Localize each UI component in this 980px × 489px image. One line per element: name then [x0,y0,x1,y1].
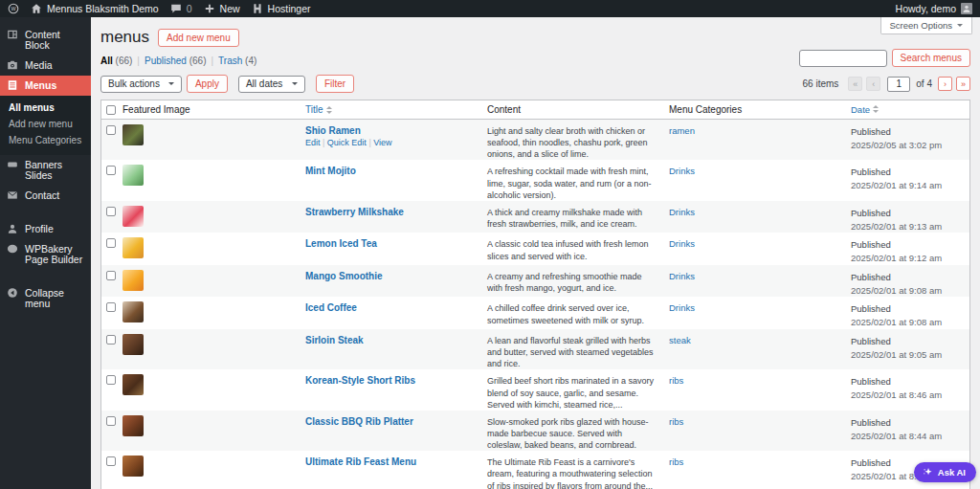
row-checkbox[interactable] [106,302,116,312]
admin-sidebar: Content Block Media Menus All menus Add … [0,17,91,489]
new-content-link[interactable]: New [204,3,240,14]
current-page-field[interactable]: 1 [887,77,910,92]
row-title-link[interactable]: Lemon Iced Tea [305,238,487,249]
next-page-button[interactable]: › [938,77,952,91]
sidebar-item-media[interactable]: Media [0,56,91,76]
row-checkbox[interactable] [106,335,116,345]
bulk-actions-label: Bulk actions [108,78,160,89]
view-published-link[interactable]: Published (66) [145,56,207,66]
table-row: Classic BBQ Rib Platter Slow-smoked pork… [101,411,969,451]
row-title-link[interactable]: Classic BBQ Rib Platter [305,416,487,427]
apply-button[interactable]: Apply [187,75,228,93]
filter-button[interactable]: Filter [316,75,354,93]
bulk-actions-select[interactable]: Bulk actions [100,76,182,93]
view-trash-link[interactable]: Trash (4) [218,56,256,66]
select-all-checkbox[interactable] [106,105,116,115]
column-featured-image: Featured Image [121,104,305,115]
row-checkbox[interactable] [106,207,116,216]
row-checkbox[interactable] [106,456,116,466]
comments-count: 0 [187,3,192,14]
sidebar-subitem-menu-categories[interactable]: Menu Categories [0,132,91,148]
row-category-link[interactable]: ribs [669,375,683,386]
search-input[interactable] [799,50,887,67]
sidebar-item-profile[interactable]: Profile [0,219,91,239]
row-status: Published [851,416,969,430]
row-thumbnail[interactable] [122,415,144,436]
row-category-link[interactable]: ramen [669,125,695,136]
row-date: 2025/02/01 at 9:05 am [851,348,969,362]
sidebar-item-wpbakery[interactable]: WPBakery Page Builder [0,239,91,270]
row-category-link[interactable]: Drinks [669,271,695,281]
view-all-link[interactable]: All (66) [100,56,132,66]
comments-icon [170,3,182,14]
row-thumbnail[interactable] [122,456,144,477]
row-thumbnail[interactable] [122,165,144,186]
row-thumbnail[interactable] [122,374,144,395]
wordpress-menu[interactable]: W [8,3,19,14]
row-category-link[interactable]: ribs [669,416,683,427]
sidebar-item-collapse-menu[interactable]: Collapse menu [0,283,91,314]
row-title-link[interactable]: Ultimate Rib Feast Menu [305,456,487,467]
row-title-link[interactable]: Iced Coffee [305,302,487,313]
row-action-edit[interactable]: Edit [305,138,321,147]
row-title-link[interactable]: Korean-Style Short Ribs [305,375,487,386]
screen-options-button[interactable]: Screen Options [880,17,972,34]
row-checkbox[interactable] [106,271,116,280]
ask-ai-button[interactable]: Ask AI [914,462,976,482]
site-name-link[interactable]: Mennus Blaksmith Demo [31,3,159,14]
sidebar-item-content-block[interactable]: Content Block [0,25,91,56]
avatar [961,3,972,14]
column-date-sort[interactable]: Date [851,103,879,117]
row-title-link[interactable]: Strawberry Milkshake [305,207,487,217]
first-page-button[interactable]: « [848,77,862,91]
row-checkbox[interactable] [106,125,116,135]
row-status: Published [851,302,969,316]
add-new-menu-button[interactable]: Add new menu [158,29,239,47]
hostinger-link[interactable]: Hostinger [252,3,311,14]
row-title-link[interactable]: Mint Mojito [305,166,487,176]
table-row: Strawberry Milkshake A thick and creamy … [101,201,969,233]
row-category-link[interactable]: Drinks [669,207,695,217]
sidebar-subitem-add-new-menu[interactable]: Add new menu [0,116,91,132]
row-category-link[interactable]: Drinks [669,166,695,176]
comments-link[interactable]: 0 [170,3,192,14]
row-title-link[interactable]: Mango Smoothie [305,271,487,281]
last-page-button[interactable]: » [956,77,970,91]
sidebar-item-banners-slides[interactable]: Banners Slides [0,155,91,186]
row-thumbnail[interactable] [122,270,144,291]
row-category-link[interactable]: Drinks [669,302,695,313]
row-date: 2025/02/01 at 9:08 am [851,284,969,298]
row-category-link[interactable]: steak [669,335,691,345]
wpbakery-icon [7,243,18,255]
sidebar-item-menus[interactable]: Menus [0,76,91,96]
table-row: Sirloin Steak A lean and flavorful steak… [101,329,969,369]
sidebar-separator [0,206,91,219]
row-title-link[interactable]: Shio Ramen [305,125,487,136]
search-menus-button[interactable]: Search menus [892,49,970,67]
row-date: 2025/02/01 at 9:08 am [851,316,969,329]
sidebar-item-contact[interactable]: Contact [0,186,91,206]
row-action-quick-edit[interactable]: Quick Edit [327,138,367,147]
row-thumbnail[interactable] [122,334,144,355]
svg-text:W: W [11,6,16,11]
row-checkbox[interactable] [106,416,116,426]
sidebar-subitem-all-menus[interactable]: All menus [0,100,91,116]
row-checkbox[interactable] [106,166,116,175]
dates-filter-select[interactable]: All dates [238,76,305,93]
row-category-link[interactable]: Drinks [669,238,695,249]
hostinger-label: Hostinger [268,3,311,14]
row-category-link[interactable]: ribs [669,456,683,467]
row-checkbox[interactable] [106,238,116,248]
row-title-link[interactable]: Sirloin Steak [305,335,487,345]
page-title: menus [100,28,149,47]
column-title-sort[interactable]: Title [305,104,332,115]
howdy-menu[interactable]: Howdy, demo [896,3,972,14]
row-checkbox[interactable] [106,375,116,385]
row-action-view[interactable]: View [373,138,391,147]
row-content: A thick and creamy milkshake made with f… [487,201,669,233]
prev-page-button[interactable]: ‹ [866,77,880,91]
row-thumbnail[interactable] [122,301,144,322]
row-thumbnail[interactable] [122,124,144,145]
row-thumbnail[interactable] [122,237,144,258]
row-thumbnail[interactable] [122,206,144,227]
